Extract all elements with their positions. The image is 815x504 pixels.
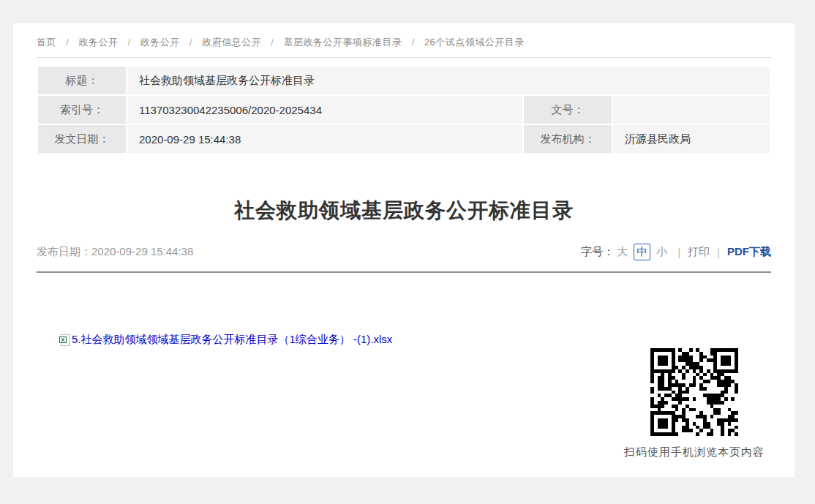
issue-date-value: 2020-09-29 15:44:38 xyxy=(127,125,522,153)
publisher-label: 发布机构： xyxy=(524,125,612,153)
breadcrumb-item-standard-catalog[interactable]: 基层政务公开事项标准目录 xyxy=(284,37,402,48)
breadcrumb-item-zwgk-2[interactable]: 政务公开 xyxy=(140,37,180,48)
attachment-link[interactable]: 5.社会救助领域领域基层政务公开标准目录（1综合业务） -(1).xlsx xyxy=(59,333,392,347)
article-toolbar: 字号： 大 中 小 | 打印 | PDF下载 xyxy=(581,244,771,260)
print-button[interactable]: 打印 xyxy=(688,245,710,259)
font-size-small-button[interactable]: 小 xyxy=(656,245,667,259)
document-info-table: 标题： 社会救助领域基层政务公开标准目录 索引号： 11370323004223… xyxy=(37,65,771,154)
breadcrumb-item-gov-info[interactable]: 政府信息公开 xyxy=(202,37,261,48)
article-body: 5.社会救助领域领域基层政务公开标准目录（1综合业务） -(1).xlsx 扫码… xyxy=(37,273,771,464)
publish-date: 发布日期：2020-09-29 15:44:38 xyxy=(37,245,193,259)
publish-date-value: 2020-09-29 15:44:38 xyxy=(91,245,193,257)
page-title: 社会救助领域基层政务公开标准目录 xyxy=(37,197,771,225)
table-row: 索引号： 113703230042235006/2020-2025434 文号： xyxy=(38,96,770,124)
table-row: 发文日期： 2020-09-29 15:44:38 发布机构： 沂源县民政局 xyxy=(38,125,770,153)
table-row: 标题： 社会救助领域基层政务公开标准目录 xyxy=(38,67,770,94)
toolbar-separator: | xyxy=(717,246,720,258)
pdf-download-button[interactable]: PDF下载 xyxy=(727,245,771,259)
breadcrumb-item-home[interactable]: 首页 xyxy=(37,37,56,48)
breadcrumb-separator: / xyxy=(189,37,192,48)
content-card: 首页 / 政务公开 / 政务公开 / 政府信息公开 / 基层政务公开事项标准目录… xyxy=(13,23,795,477)
breadcrumb-separator: / xyxy=(412,37,415,48)
qr-section: 扫码使用手机浏览本页内容 xyxy=(617,348,771,459)
toolbar-separator: | xyxy=(677,246,680,258)
index-number-label: 索引号： xyxy=(38,96,126,124)
article-meta-row: 发布日期：2020-09-29 15:44:38 字号： 大 中 小 | 打印 … xyxy=(37,244,771,260)
qr-caption: 扫码使用手机浏览本页内容 xyxy=(617,445,771,459)
doc-number-value xyxy=(613,96,770,124)
title-value: 社会救助领域基层政务公开标准目录 xyxy=(127,67,770,94)
breadcrumb-separator: / xyxy=(66,37,69,48)
breadcrumb-separator: / xyxy=(271,37,274,48)
issue-date-label: 发文日期： xyxy=(38,125,126,153)
breadcrumb: 首页 / 政务公开 / 政务公开 / 政府信息公开 / 基层政务公开事项标准目录… xyxy=(37,23,771,49)
index-number-value: 113703230042235006/2020-2025434 xyxy=(127,96,522,124)
breadcrumb-separator: / xyxy=(128,37,131,48)
publish-date-label: 发布日期： xyxy=(37,245,91,257)
breadcrumb-divider xyxy=(37,57,771,58)
excel-file-icon xyxy=(59,334,70,346)
font-size-medium-button[interactable]: 中 xyxy=(634,244,650,260)
font-size-label: 字号： xyxy=(581,245,614,259)
title-label: 标题： xyxy=(38,67,126,94)
publisher-value: 沂源县民政局 xyxy=(613,125,770,153)
attachment-file-name[interactable]: 5.社会救助领域领域基层政务公开标准目录（1综合业务） -(1).xlsx xyxy=(72,333,392,347)
breadcrumb-item-zwgk-1[interactable]: 政务公开 xyxy=(78,37,118,48)
doc-number-label: 文号： xyxy=(524,96,612,124)
breadcrumb-item-pilot-catalog[interactable]: 26个试点领域公开目录 xyxy=(424,37,525,48)
qr-code xyxy=(650,348,738,436)
font-size-large-button[interactable]: 大 xyxy=(617,245,628,259)
